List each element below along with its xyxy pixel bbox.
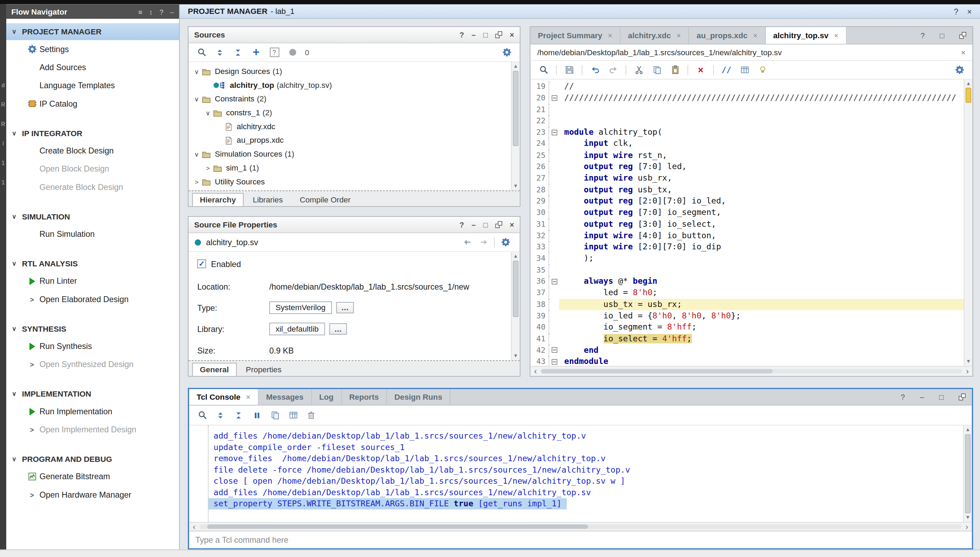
flow-section-simulation[interactable]: ∨SIMULATION (6, 208, 179, 225)
help-icon[interactable]: ? (921, 31, 925, 39)
flow-section-rtl-analysis[interactable]: ∨RTL ANALYSIS (6, 255, 179, 272)
search-icon[interactable] (194, 46, 210, 59)
undo-icon[interactable] (587, 63, 603, 77)
toggle-comment-icon[interactable]: // (718, 63, 735, 77)
chevron-right-icon[interactable]: > (25, 294, 39, 304)
close-icon[interactable]: × (246, 393, 251, 401)
menu-icon[interactable]: ≡ (138, 8, 142, 16)
tab-compile-order[interactable]: Compile Order (292, 193, 358, 206)
scroll-up-icon[interactable]: ▲ (964, 426, 972, 434)
chevron-right-icon[interactable]: > (25, 425, 39, 435)
status-dot-icon[interactable] (284, 46, 300, 59)
flow-item-generate-block-design[interactable]: Generate Block Design (6, 178, 179, 196)
tree-row-au-props-xdc[interactable]: au_props.xdc (188, 134, 520, 147)
flow-item-run-synthesis[interactable]: Run Synthesis (6, 337, 179, 355)
scroll-down-icon[interactable]: ▼ (511, 352, 519, 360)
settings-gear-icon[interactable] (498, 46, 514, 59)
search-icon[interactable] (194, 408, 210, 422)
chevron-down-icon[interactable]: ∨ (12, 28, 22, 35)
search-icon[interactable] (535, 63, 552, 77)
help-icon[interactable]: ? (160, 8, 164, 16)
tab-tcl-console[interactable]: Tcl Console× (189, 389, 258, 405)
fold-toggle-icon[interactable] (552, 359, 557, 365)
minimize-icon[interactable]: – (472, 220, 476, 229)
flow-section-synthesis[interactable]: ∨SYNTHESIS (6, 320, 179, 337)
tab-general[interactable]: General (192, 363, 236, 376)
pause-icon[interactable] (248, 408, 265, 422)
collapse-all-icon[interactable] (212, 46, 228, 59)
tab-design-runs[interactable]: Design Runs (387, 389, 450, 405)
sources-scrollbar[interactable]: ▲ ▼ (511, 62, 519, 191)
tab-hierarchy[interactable]: Hierarchy (192, 193, 243, 206)
float-icon[interactable] (959, 393, 966, 401)
paste-icon[interactable] (667, 63, 683, 77)
delete-icon[interactable]: × (693, 63, 709, 77)
close-icon[interactable]: × (608, 31, 612, 39)
flow-item-open-synthesized-design[interactable]: >Open Synthesized Design (6, 355, 179, 373)
maximize-icon[interactable]: □ (939, 393, 944, 401)
scroll-right-icon[interactable]: › (965, 522, 968, 531)
close-icon[interactable]: × (510, 31, 514, 39)
close-icon[interactable]: × (961, 48, 965, 57)
flow-item-language-templates[interactable]: Language Templates (6, 77, 179, 94)
flow-item-run-implementation[interactable]: Run Implementation (6, 402, 179, 420)
close-icon[interactable]: × (967, 7, 972, 16)
chevron-down-icon[interactable]: ∨ (12, 326, 22, 332)
chevron-down-icon[interactable]: ∨ (12, 390, 22, 397)
tree-row-alchitry-xdc[interactable]: alchitry.xdc (188, 120, 520, 134)
copy-icon[interactable] (649, 63, 665, 77)
tree-row-constraints[interactable]: ∨Constraints (2) (188, 92, 520, 106)
tab-au-props-xdc[interactable]: au_props.xdc× (689, 27, 766, 44)
float-icon[interactable] (495, 31, 502, 38)
scrollbar-thumb[interactable] (208, 524, 588, 529)
redo-icon[interactable] (605, 63, 621, 77)
chevron-right-icon[interactable]: > (203, 164, 212, 171)
tree-row-alchitry-top[interactable]: alchitry_top (alchitry_top.sv) (188, 78, 520, 92)
tree-row-simulation-sources[interactable]: ∨Simulation Sources (1) (188, 147, 520, 161)
flow-section-ip-integrator[interactable]: ∨IP INTEGRATOR (6, 125, 179, 142)
tab-properties[interactable]: Properties (239, 363, 289, 376)
flow-item-run-linter[interactable]: Run Linter (6, 272, 179, 290)
tab-reports[interactable]: Reports (342, 389, 387, 405)
float-icon[interactable] (495, 221, 502, 228)
collapse-all-icon[interactable] (213, 408, 229, 422)
close-icon[interactable]: × (834, 31, 839, 39)
maximize-icon[interactable]: □ (484, 220, 488, 229)
copy-icon[interactable] (267, 408, 283, 422)
maximize-icon[interactable]: □ (484, 31, 488, 39)
scroll-up-icon[interactable]: ▲ (964, 80, 972, 88)
dock-icon[interactable]: ↕ (149, 8, 153, 16)
type-select[interactable]: SystemVerilog (269, 301, 332, 314)
help-box-icon[interactable]: ? (266, 46, 282, 59)
flow-section-program-and-debug[interactable]: ∨PROGRAM AND DEBUG (6, 450, 179, 467)
lightbulb-icon[interactable] (754, 63, 771, 77)
flow-section-implementation[interactable]: ∨IMPLEMENTATION (6, 386, 179, 402)
scroll-up-icon[interactable]: ▲ (511, 62, 519, 70)
help-icon[interactable]: ? (459, 31, 464, 39)
flow-item-generate-bitstream[interactable]: Generate Bitstream (6, 467, 179, 485)
expand-all-icon[interactable] (230, 408, 247, 422)
library-input[interactable]: xil_defaultlib (269, 322, 325, 335)
save-icon[interactable] (561, 63, 578, 77)
chevron-down-icon[interactable]: ∨ (12, 213, 22, 220)
back-arrow-icon[interactable] (459, 235, 475, 249)
flow-item-add-sources[interactable]: Add Sources (6, 58, 179, 77)
chevron-down-icon[interactable]: ∨ (12, 130, 22, 137)
tcl-scrollbar[interactable]: ▲ ▼ (963, 425, 972, 522)
scroll-down-icon[interactable]: ▼ (511, 182, 519, 190)
scroll-right-icon[interactable]: › (966, 367, 969, 376)
tab-alchitry-xdc[interactable]: alchitry.xdc× (620, 27, 689, 44)
scroll-left-icon[interactable]: ‹ (193, 522, 195, 531)
close-icon[interactable]: × (510, 220, 514, 229)
flow-item-open-implemented-design[interactable]: >Open Implemented Design (6, 420, 179, 438)
fold-toggle-icon[interactable] (552, 348, 557, 353)
scroll-down-icon[interactable]: ▼ (964, 514, 972, 521)
tab-alchitry-top-sv[interactable]: alchitry_top.sv× (766, 27, 846, 44)
forward-arrow-icon[interactable] (475, 235, 492, 249)
help-icon[interactable]: ? (459, 220, 464, 229)
settings-gear-icon[interactable] (497, 235, 514, 249)
float-icon[interactable] (959, 32, 966, 39)
library-browse-button[interactable]: … (329, 323, 347, 334)
editor-hscrollbar[interactable]: ‹ › (530, 366, 972, 376)
help-icon[interactable]: ? (901, 393, 905, 401)
